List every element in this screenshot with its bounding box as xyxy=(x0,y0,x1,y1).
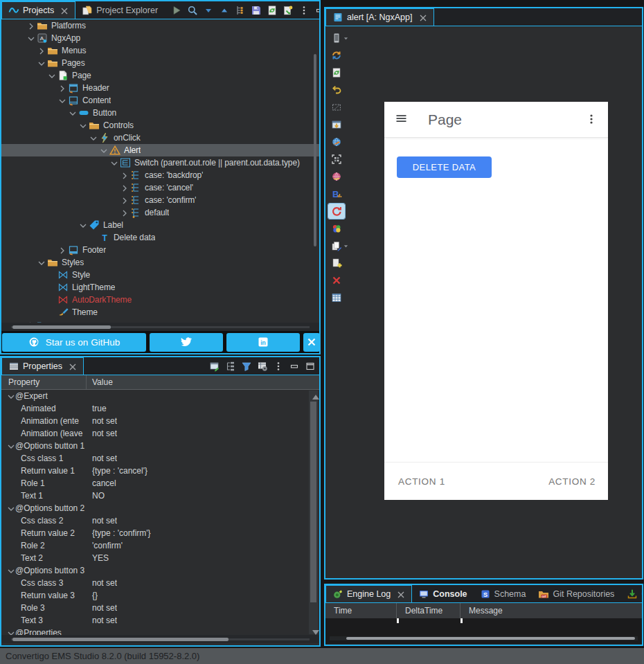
tab-alert-editor[interactable]: alert [A: NgxApp] xyxy=(325,8,434,26)
close-icon[interactable] xyxy=(395,589,405,599)
star-github-button[interactable]: Star us on GitHub xyxy=(2,333,146,352)
open-in-browser-button[interactable] xyxy=(328,134,345,150)
property-value[interactable]: not set xyxy=(87,429,117,438)
property-row[interactable]: Animatedtrue xyxy=(1,402,319,415)
maximize-button[interactable] xyxy=(302,359,318,374)
chevron-down-icon[interactable] xyxy=(26,33,36,44)
column-property[interactable]: Property xyxy=(1,375,87,389)
tree-item-menus[interactable]: Menus xyxy=(1,44,319,57)
tree-horizontal-scrollbar[interactable] xyxy=(1,323,319,331)
action1-button[interactable]: ACTION 1 xyxy=(398,476,445,487)
run-button[interactable] xyxy=(168,3,184,18)
scroll-up-icon[interactable] xyxy=(310,392,316,398)
chevron-down-icon[interactable] xyxy=(343,35,349,42)
property-value[interactable]: YES xyxy=(87,553,109,563)
tree-item-autodarktheme[interactable]: AutoDarkTheme xyxy=(1,294,319,306)
view-menu-button[interactable] xyxy=(296,3,312,18)
chevron-down-icon[interactable] xyxy=(109,158,119,168)
property-value[interactable]: not set xyxy=(87,603,117,613)
minimize-button[interactable] xyxy=(286,359,302,374)
property-row[interactable]: Text 2YES xyxy=(1,552,319,564)
property-value[interactable]: not set xyxy=(87,416,117,426)
property-value[interactable]: not set xyxy=(87,454,117,463)
chevron-down-icon[interactable] xyxy=(67,108,78,118)
tree-item-case-cancel[interactable]: case: 'cancel' xyxy=(1,181,319,194)
link-with-editor-button[interactable] xyxy=(232,3,248,18)
property-row[interactable]: Role 2'confirm' xyxy=(1,539,319,552)
column-deltatime[interactable]: DeltaTime xyxy=(397,603,460,618)
save-button[interactable] xyxy=(248,3,264,18)
tree-item-header[interactable]: Header xyxy=(1,82,319,94)
scroll-down-icon[interactable] xyxy=(310,627,316,633)
rebuild-button[interactable] xyxy=(328,204,345,219)
tab-console[interactable]: Console xyxy=(412,585,473,602)
tab-engine-log[interactable]: Engine Log xyxy=(325,585,412,602)
tab-project-explorer[interactable]: Project Explorer xyxy=(75,1,164,19)
app-builder-button[interactable]: B xyxy=(328,186,345,201)
property-row[interactable]: @Properties xyxy=(1,627,319,635)
import-wizard-button[interactable] xyxy=(280,3,296,18)
tree-item-case-backdrop[interactable]: case: 'backdrop' xyxy=(1,169,319,181)
property-row[interactable]: Text 1NO xyxy=(1,490,319,502)
tab-projects[interactable]: Projects xyxy=(1,1,75,19)
scrollbar-thumb[interactable] xyxy=(314,54,316,246)
property-row[interactable]: Text 3not set xyxy=(1,614,319,627)
show-categories-button[interactable] xyxy=(222,359,238,374)
scrollbar-thumb[interactable] xyxy=(346,637,635,640)
inspect-button[interactable] xyxy=(328,100,345,115)
column-message[interactable]: Message xyxy=(460,603,642,618)
property-value[interactable]: {} xyxy=(87,591,98,600)
tree-item-lighttheme[interactable]: LightTheme xyxy=(1,281,319,294)
chevron-right-icon[interactable] xyxy=(57,83,67,93)
grid-view-button[interactable] xyxy=(328,290,345,305)
property-row[interactable]: Css class 2not set xyxy=(1,514,319,527)
property-value[interactable]: cancel xyxy=(87,478,116,488)
tree-item-footer[interactable]: Footer xyxy=(1,244,319,256)
chevron-down-icon[interactable] xyxy=(36,258,46,268)
theme-palette-button[interactable] xyxy=(328,221,345,236)
property-value[interactable]: 'confirm' xyxy=(87,541,123,550)
view-menu-button[interactable] xyxy=(270,359,286,374)
search-button[interactable] xyxy=(184,3,200,18)
property-value[interactable]: {type : 'confirm'} xyxy=(87,528,151,538)
property-row[interactable]: Role 3not set xyxy=(1,602,319,614)
properties-vertical-scrollbar[interactable] xyxy=(309,391,318,634)
close-icon[interactable] xyxy=(67,361,77,371)
pin-to-selection-button[interactable] xyxy=(206,359,222,374)
property-row[interactable]: Css class 3not set xyxy=(1,577,319,589)
tree-item-delete-data[interactable]: TDelete data xyxy=(1,231,319,244)
chevron-down-icon[interactable] xyxy=(343,243,349,249)
remote-url-button[interactable] xyxy=(328,169,345,184)
chevron-down-icon[interactable] xyxy=(6,503,15,513)
action2-button[interactable]: ACTION 2 xyxy=(548,476,596,487)
sync-button[interactable] xyxy=(328,48,345,63)
tree-item-pages[interactable]: Pages xyxy=(1,57,319,69)
tab-git-repositories[interactable]: GITGit Repositories xyxy=(532,585,620,602)
tab-properties[interactable]: Properties xyxy=(1,357,84,375)
close-icon[interactable] xyxy=(59,6,69,15)
tree-item-page[interactable]: Page xyxy=(1,69,319,82)
property-value[interactable]: not set xyxy=(87,616,117,625)
chevron-right-icon[interactable] xyxy=(119,183,129,193)
chevron-down-icon[interactable] xyxy=(6,628,15,635)
tree-item-alert[interactable]: Alert xyxy=(1,144,319,156)
chevron-down-icon[interactable] xyxy=(57,96,67,106)
property-row[interactable]: Animation (entenot set xyxy=(1,415,319,427)
overflow-menu-icon[interactable] xyxy=(586,114,597,126)
open-in-app-viewer-button[interactable] xyxy=(328,117,345,132)
tree-item-style[interactable]: Style xyxy=(1,269,319,281)
tree-item-label[interactable]: Label xyxy=(1,219,319,231)
chevron-right-icon[interactable] xyxy=(119,170,129,181)
property-value[interactable]: not set xyxy=(87,516,117,526)
tab-git-staging[interactable]: Git Staging xyxy=(620,585,642,602)
refresh-page-button[interactable] xyxy=(328,65,345,80)
minimize-button[interactable] xyxy=(312,3,319,18)
property-row[interactable]: Return value 3{} xyxy=(1,589,319,602)
expand-all-button[interactable] xyxy=(216,3,232,18)
property-row[interactable]: @Options button 1 xyxy=(1,440,319,452)
property-row[interactable]: @Options button 3 xyxy=(1,564,319,577)
chevron-down-icon[interactable] xyxy=(6,391,15,401)
qr-code-button[interactable] xyxy=(328,152,345,167)
menu-icon[interactable] xyxy=(395,113,409,127)
column-time[interactable]: Time xyxy=(325,603,397,618)
